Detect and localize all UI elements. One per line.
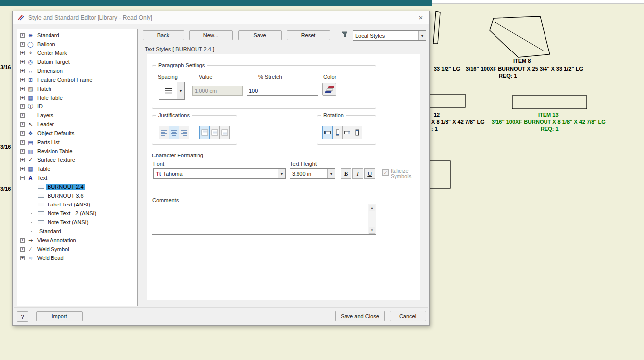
color-layers-icon — [325, 86, 334, 93]
comments-label: Comments — [152, 197, 179, 203]
expand-plus-icon[interactable] — [20, 256, 25, 260]
expand-plus-icon[interactable] — [20, 149, 25, 154]
save-button[interactable]: Save — [238, 30, 282, 40]
cancel-button[interactable]: Cancel — [390, 311, 426, 321]
expand-plus-icon[interactable] — [20, 131, 25, 136]
text-style-icon — [38, 185, 44, 189]
expand-plus-icon[interactable] — [20, 238, 25, 243]
close-icon[interactable]: × — [416, 13, 425, 22]
tree-item-hole-table[interactable]: ▦Hole Table — [17, 93, 137, 102]
rotation-0-button[interactable] — [322, 126, 333, 139]
revision-table-icon: ▥ — [27, 148, 34, 154]
tree-item-id[interactable]: ⒾID — [17, 102, 137, 111]
expand-plus-icon[interactable] — [20, 78, 25, 82]
spacing-label: Spacing — [158, 74, 178, 80]
chevron-down-icon[interactable] — [327, 169, 335, 178]
expand-plus-icon[interactable] — [20, 104, 25, 109]
tree-item-burnout-2-4[interactable]: BURNOUT 2.4 — [17, 182, 137, 191]
tree-item-object-defaults[interactable]: ❖Object Defaults — [17, 129, 137, 138]
object-defaults-icon: ❖ — [27, 130, 34, 137]
expand-plus-icon[interactable] — [20, 122, 25, 127]
bold-button[interactable]: B — [341, 168, 351, 179]
expand-plus-icon[interactable] — [20, 167, 25, 171]
tree-item-datum-target[interactable]: ◎Datum Target — [17, 57, 137, 66]
chevron-down-icon[interactable] — [418, 31, 426, 40]
expand-plus-icon[interactable] — [20, 51, 25, 55]
comments-textarea[interactable] — [152, 204, 376, 235]
styles-filter-select[interactable]: Local Styles — [353, 30, 426, 41]
rotate-0-icon — [324, 129, 331, 136]
tree-item-revision-table[interactable]: ▥Revision Table — [17, 147, 137, 155]
text-height-select[interactable]: 3.600 in — [290, 168, 335, 179]
spacing-select[interactable] — [159, 82, 185, 100]
italic-button[interactable]: I — [352, 168, 363, 179]
import-button[interactable]: Import — [36, 311, 83, 321]
tree-item-surface-texture[interactable]: ✓Surface Texture — [17, 155, 137, 164]
expand-plus-icon[interactable] — [20, 96, 25, 100]
tree-item-dimension[interactable]: ↔Dimension — [17, 66, 137, 75]
expand-plus-icon[interactable] — [20, 87, 25, 91]
rotation-title: Rotation — [321, 112, 346, 118]
stretch-field[interactable]: 100 — [247, 86, 318, 96]
tree-item-text[interactable]: AText — [17, 173, 137, 182]
chevron-down-icon[interactable] — [177, 82, 184, 99]
scroll-down-icon[interactable] — [369, 227, 375, 234]
justify-middle-button[interactable] — [209, 126, 220, 139]
text-style-icon — [38, 211, 44, 215]
tree-item-burnout-3-6[interactable]: BURNOUT 3.6 — [17, 191, 137, 200]
tree-item-feature-control-frame[interactable]: ⊞Feature Control Frame — [17, 75, 137, 84]
tree-connector — [31, 213, 36, 214]
tree-item-layers[interactable]: ≣Layers — [17, 111, 137, 120]
rotation-180-button[interactable] — [342, 126, 352, 139]
new-button[interactable]: New... — [189, 30, 233, 40]
tree-item-standard-text[interactable]: Standard — [17, 227, 137, 236]
expand-plus-icon[interactable] — [20, 247, 25, 252]
tree-item-note-text-2-ansi[interactable]: Note Text - 2 (ANSI) — [17, 209, 137, 218]
tree-item-note-text-ansi[interactable]: Note Text (ANSI) — [17, 218, 137, 227]
back-button[interactable]: Back — [143, 30, 184, 40]
justify-right-button[interactable] — [179, 126, 189, 139]
expand-plus-icon[interactable] — [20, 140, 25, 145]
filter-icon[interactable] — [341, 31, 348, 38]
rotation-270-button[interactable] — [352, 126, 362, 139]
help-button[interactable]: ? — [17, 311, 28, 322]
rotation-90-button[interactable] — [332, 126, 343, 139]
tree-item-parts-list[interactable]: ▤Parts List — [17, 138, 137, 147]
spacing-value-field[interactable]: 1.000 cm — [192, 86, 243, 96]
expand-plus-icon[interactable] — [20, 33, 25, 38]
collapse-minus-icon[interactable] — [20, 176, 25, 180]
tree-item-balloon[interactable]: ◯Balloon — [17, 40, 137, 49]
scroll-up-icon[interactable] — [369, 205, 375, 211]
expand-plus-icon[interactable] — [20, 158, 25, 162]
tree-item-label-text-ansi[interactable]: Label Text (ANSI) — [17, 200, 137, 209]
tree-item-weld-symbol[interactable]: ∕Weld Symbol — [17, 245, 137, 254]
tree-item-view-annotation[interactable]: ⇝View Annotation — [17, 236, 137, 245]
tree-item-table[interactable]: ▦Table — [17, 164, 137, 173]
tree-item-center-mark[interactable]: ⌖Center Mark — [17, 49, 137, 57]
dialog-title-bar[interactable]: Style and Standard Editor [Library - Rea… — [13, 11, 429, 24]
justify-top-button[interactable] — [199, 126, 210, 139]
justify-bottom-button[interactable] — [219, 126, 230, 139]
tree-item-standard[interactable]: ⊕Standard — [17, 31, 137, 40]
reset-button[interactable]: Reset — [287, 30, 330, 40]
expand-plus-icon[interactable] — [20, 69, 25, 73]
expand-plus-icon[interactable] — [20, 113, 25, 118]
save-and-close-button[interactable]: Save and Close — [335, 311, 385, 321]
tree-item-leader[interactable]: ↖Leader — [17, 120, 137, 129]
balloon-icon: ◯ — [27, 41, 34, 48]
underline-button[interactable]: U — [364, 168, 375, 179]
italicize-symbols-checkbox[interactable] — [382, 169, 389, 176]
tree-item-label: Leader — [36, 121, 55, 127]
tree-item-label: Weld Symbol — [36, 246, 71, 252]
expand-plus-icon[interactable] — [20, 42, 25, 47]
font-select[interactable]: Tahoma — [153, 168, 286, 179]
tree-item-weld-bead[interactable]: ≋Weld Bead — [17, 254, 137, 262]
justify-left-button[interactable] — [159, 126, 169, 139]
color-button[interactable] — [322, 83, 336, 96]
justify-center-button[interactable] — [169, 126, 179, 139]
tree-item-label: Parts List — [36, 139, 61, 145]
expand-plus-icon[interactable] — [20, 60, 25, 64]
chevron-down-icon[interactable] — [278, 169, 285, 178]
comments-scrollbar[interactable] — [368, 204, 376, 234]
tree-item-hatch[interactable]: ▨Hatch — [17, 84, 137, 93]
